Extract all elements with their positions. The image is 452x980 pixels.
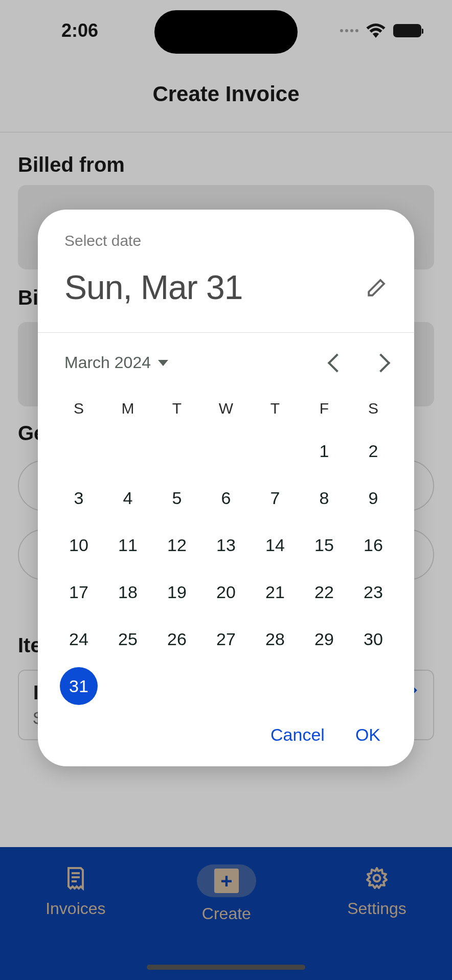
- calendar-day[interactable]: 10: [54, 521, 103, 568]
- calendar-grid: SMTWTFS123456789101112131415161718192021…: [38, 384, 414, 710]
- weekday-header: M: [103, 390, 152, 427]
- month-year-label: March 2024: [64, 353, 151, 372]
- calendar-day[interactable]: 16: [349, 521, 398, 568]
- calendar-day[interactable]: 13: [201, 521, 251, 568]
- calendar-day[interactable]: 4: [103, 474, 152, 521]
- calendar-day[interactable]: 26: [152, 616, 201, 663]
- calendar-day[interactable]: 31: [54, 663, 103, 710]
- weekday-header: T: [251, 390, 300, 427]
- weekday-header: S: [54, 390, 103, 427]
- calendar-day[interactable]: 30: [349, 616, 398, 663]
- calendar-day[interactable]: 23: [349, 568, 398, 616]
- calendar-day[interactable]: 9: [349, 474, 398, 521]
- calendar-day[interactable]: 15: [300, 521, 349, 568]
- calendar-day[interactable]: 20: [201, 568, 251, 616]
- calendar-day[interactable]: 6: [201, 474, 251, 521]
- edit-date-icon[interactable]: [366, 277, 388, 298]
- month-year-selector[interactable]: March 2024: [64, 353, 168, 372]
- weekday-header: W: [201, 390, 251, 427]
- calendar-day[interactable]: 21: [251, 568, 300, 616]
- calendar-day[interactable]: 14: [251, 521, 300, 568]
- ok-button[interactable]: OK: [355, 725, 380, 745]
- calendar-day[interactable]: 11: [103, 521, 152, 568]
- calendar-day[interactable]: 28: [251, 616, 300, 663]
- weekday-header: F: [300, 390, 349, 427]
- calendar-day[interactable]: 7: [251, 474, 300, 521]
- date-picker-dialog: Select date Sun, Mar 31 March 2024 SMTWT…: [38, 210, 414, 766]
- prev-month-button[interactable]: [328, 353, 347, 372]
- calendar-day[interactable]: 27: [201, 616, 251, 663]
- selected-date-display: Sun, Mar 31: [64, 268, 243, 307]
- calendar-day[interactable]: 1: [300, 427, 349, 474]
- weekday-header: T: [152, 390, 201, 427]
- calendar-day[interactable]: 25: [103, 616, 152, 663]
- cancel-button[interactable]: Cancel: [270, 725, 325, 745]
- calendar-day[interactable]: 5: [152, 474, 201, 521]
- calendar-day[interactable]: 19: [152, 568, 201, 616]
- calendar-day[interactable]: 17: [54, 568, 103, 616]
- calendar-day[interactable]: 22: [300, 568, 349, 616]
- weekday-header: S: [349, 390, 398, 427]
- calendar-day[interactable]: 2: [349, 427, 398, 474]
- dialog-label: Select date: [38, 232, 414, 249]
- calendar-day[interactable]: 24: [54, 616, 103, 663]
- calendar-day[interactable]: 29: [300, 616, 349, 663]
- calendar-day[interactable]: 8: [300, 474, 349, 521]
- calendar-day[interactable]: 12: [152, 521, 201, 568]
- dropdown-triangle-icon: [158, 360, 168, 366]
- calendar-day[interactable]: 3: [54, 474, 103, 521]
- calendar-day[interactable]: 18: [103, 568, 152, 616]
- next-month-button[interactable]: [372, 353, 391, 372]
